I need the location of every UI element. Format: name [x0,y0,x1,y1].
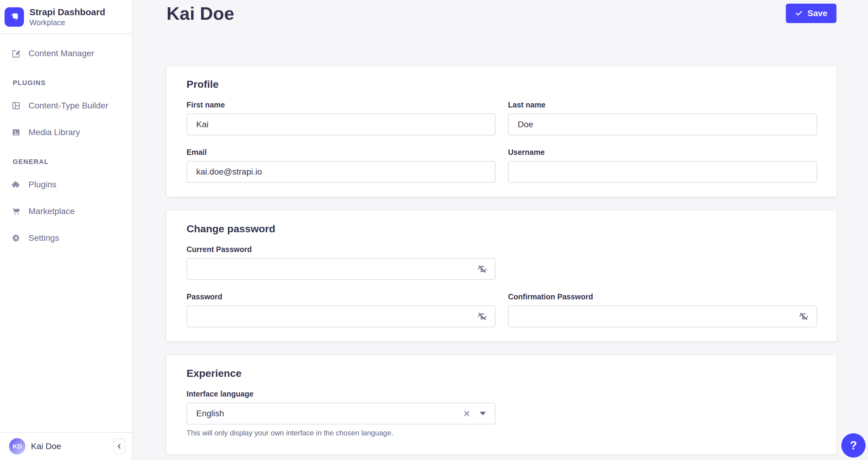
profile-settings-form: Profile First name Last name Email [166,66,836,454]
first-name-label: First name [187,100,496,109]
check-icon [795,9,803,17]
sidebar-section-plugins: PLUGINS [13,79,126,87]
sidebar-item-marketplace[interactable]: Marketplace [6,202,126,221]
page-title: Kai Doe [166,4,234,24]
chevron-left-icon [115,442,123,450]
current-password-field-group: Current Password [187,245,496,280]
confirmation-password-field-group: Confirmation Password [508,292,817,327]
collapse-sidebar-button[interactable] [113,438,125,454]
current-password-label: Current Password [187,245,496,254]
last-name-input[interactable] [508,114,817,136]
sidebar-item-label: Media Library [29,127,80,137]
sidebar-item-content-type-builder[interactable]: Content-Type Builder [6,96,126,115]
content-type-builder-icon [11,101,21,110]
password-fields-grid: Current Password [187,245,817,327]
settings-icon [11,233,21,242]
experience-card-title: Experience [187,367,817,379]
eye-slash-icon [799,311,809,321]
interface-language-select[interactable]: English [187,403,496,425]
new-password-input[interactable] [187,306,496,327]
select-controls [462,409,486,418]
chevron-down-icon[interactable] [480,412,486,415]
interface-language-hint: This will only display your own interfac… [187,429,496,437]
sidebar-nav: Content Manager PLUGINS Content-Type Bui… [0,34,132,248]
sidebar-item-plugins[interactable]: Plugins [6,175,126,194]
sidebar-item-media-library[interactable]: Media Library [6,123,126,142]
experience-card: Experience Interface language English [166,355,836,454]
last-name-label: Last name [508,100,817,109]
plugins-icon [11,180,21,189]
new-password-field-group: Password [187,292,496,327]
question-mark-icon: ? [850,439,857,452]
username-field-group: Username [508,148,817,183]
sidebar-user-area: KD Kai Doe [0,432,132,460]
marketplace-icon [11,207,21,216]
user-name[interactable]: Kai Doe [31,441,61,451]
brand-text: Strapi Dashboard Workplace [29,7,105,27]
sidebar-item-label: Marketplace [29,206,75,216]
interface-language-value: English [196,409,224,419]
change-password-card: Change password Current Password [166,211,836,341]
username-input[interactable] [508,161,817,183]
toggle-new-password-visibility-button[interactable] [475,310,489,323]
page-header: Kai Doe Save [166,4,836,24]
content-manager-icon [11,49,21,58]
workspace-title: Strapi Dashboard [29,7,105,18]
email-field-group: Email [187,148,496,183]
eye-slash-icon [477,311,487,321]
media-library-icon [11,128,21,137]
sidebar-section-general: GENERAL [13,158,126,166]
experience-fields-grid: Interface language English [187,389,817,437]
sidebar-item-label: Content-Type Builder [29,101,108,111]
sidebar-item-label: Content Manager [29,49,94,58]
avatar[interactable]: KD [9,438,26,455]
new-password-label: Password [187,292,496,301]
eye-slash-icon [477,264,487,274]
workspace-switcher[interactable]: Strapi Dashboard Workplace [0,0,132,33]
change-password-card-title: Change password [187,222,817,235]
sidebar-item-settings[interactable]: Settings [6,228,126,248]
first-name-field-group: First name [187,100,496,136]
toggle-confirmation-password-visibility-button[interactable] [797,310,810,323]
toggle-current-password-visibility-button[interactable] [475,262,489,276]
clear-icon [463,410,471,418]
sidebar-item-label: Plugins [29,180,56,190]
main-content: Kai Doe Save Profile First name [132,0,868,460]
first-name-input[interactable] [187,114,496,136]
email-label: Email [187,148,496,157]
save-button-label: Save [808,8,827,18]
confirmation-password-label: Confirmation Password [508,292,817,301]
sidebar-item-label: Settings [29,233,59,243]
current-password-input[interactable] [187,258,496,280]
interface-language-field-group: Interface language English [187,389,496,437]
email-input[interactable] [187,161,496,183]
last-name-field-group: Last name [508,100,817,136]
profile-card: Profile First name Last name Email [166,66,836,197]
profile-fields-grid: First name Last name Email Username [187,100,817,183]
workspace-subtitle: Workplace [29,18,105,27]
empty-grid-cell [508,245,817,280]
clear-language-button[interactable] [462,409,471,418]
username-label: Username [508,148,817,157]
profile-card-title: Profile [187,78,817,90]
save-button[interactable]: Save [786,4,836,23]
confirmation-password-input[interactable] [508,306,817,327]
strapi-app: Strapi Dashboard Workplace Content Manag… [0,0,868,460]
strapi-logo [5,7,24,27]
sidebar: Strapi Dashboard Workplace Content Manag… [0,0,132,460]
interface-language-label: Interface language [187,389,496,398]
sidebar-item-content-manager[interactable]: Content Manager [6,44,126,63]
help-button[interactable]: ? [841,433,866,458]
